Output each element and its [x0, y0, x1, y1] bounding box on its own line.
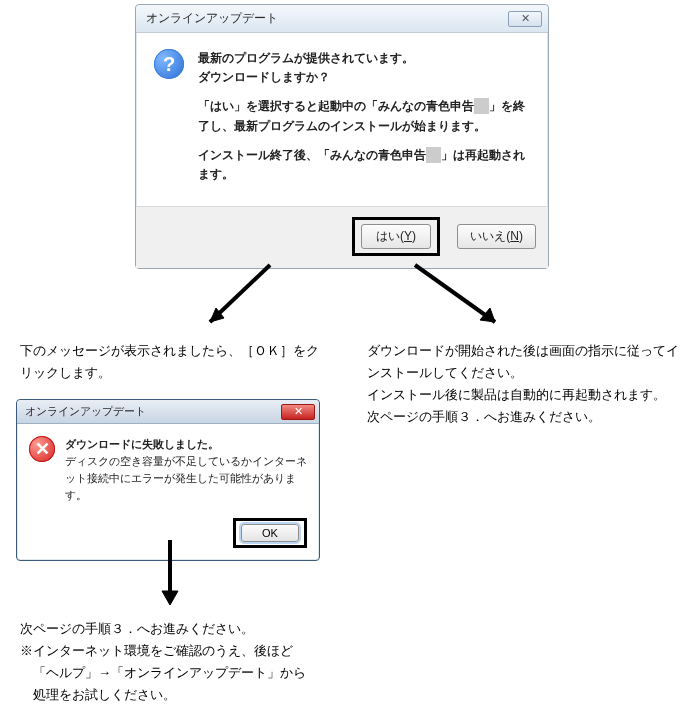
version-placeholder-icon — [426, 147, 441, 163]
dialog2-line1: ダウンロードに失敗しました。 — [65, 436, 307, 453]
dialog1-title: オンラインアップデート — [146, 10, 508, 27]
version-placeholder-icon — [474, 98, 489, 114]
right-line3: 次ページの手順３．へお進みください。 — [367, 406, 687, 428]
dialog1-line1: 最新のプログラムが提供されています。 — [198, 51, 414, 65]
close-icon[interactable]: ✕ — [281, 404, 315, 420]
error-icon: ✕ — [29, 436, 55, 462]
right-instruction: ダウンロードが開始された後は画面の指示に従ってインストールしてください。 インス… — [367, 340, 687, 428]
arrow-down-left-icon — [190, 260, 290, 340]
ok-button[interactable]: OK — [241, 524, 299, 542]
dialog1-message: 最新のプログラムが提供されています。 ダウンロードしますか？ 「はい」を選択する… — [198, 49, 530, 194]
left-instruction-1: 下のメッセージが表示されましたら、［ＯＫ］をクリックします。 — [20, 340, 320, 384]
dialog2-titlebar: オンラインアップデート ✕ — [17, 400, 319, 424]
no-button[interactable]: いいえ(N) — [457, 224, 536, 249]
close-icon[interactable]: ✕ — [508, 11, 542, 27]
dialog1-line4a: インストール終了後、「みんなの青色申告 — [198, 148, 426, 162]
dialog2-line2: ディスクの空き容量が不足しているかインターネット接続中にエラーが発生した可能性が… — [65, 453, 307, 504]
dialog2-message: ダウンロードに失敗しました。 ディスクの空き容量が不足しているかインターネット接… — [65, 436, 307, 504]
left2-line1: 次ページの手順３．へお進みください。 — [20, 618, 330, 640]
dialog2-body: ✕ ダウンロードに失敗しました。 ディスクの空き容量が不足しているかインターネッ… — [17, 424, 319, 512]
left2-line3: 「ヘルプ」→「オンラインアップデート」から — [20, 662, 330, 684]
dialog1-button-row: はい(Y) いいえ(N) — [136, 206, 548, 268]
dialog1-titlebar: オンラインアップデート ✕ — [136, 5, 548, 33]
yes-button-highlight: はい(Y) — [352, 217, 440, 256]
dialog2-title: オンラインアップデート — [25, 404, 281, 419]
question-icon: ? — [154, 49, 184, 79]
left-instruction-2: 次ページの手順３．へお進みください。 ※インターネット環境をご確認のうえ、後ほど… — [20, 618, 330, 706]
ok-button-highlight: OK — [233, 518, 307, 548]
update-confirm-dialog: オンラインアップデート ✕ ? 最新のプログラムが提供されています。 ダウンロー… — [135, 4, 549, 269]
yes-button[interactable]: はい(Y) — [361, 224, 431, 249]
dialog1-line3a: 「はい」を選択すると起動中の「みんなの青色申告 — [198, 99, 474, 113]
dialog1-line2: ダウンロードしますか？ — [198, 70, 330, 84]
arrow-down-icon — [155, 535, 185, 610]
left2-line2: ※インターネット環境をご確認のうえ、後ほど — [20, 640, 330, 662]
arrow-down-right-icon — [400, 260, 520, 340]
left2-line4: 処理をお試しください。 — [20, 684, 330, 706]
right-line1: ダウンロードが開始された後は画面の指示に従ってインストールしてください。 — [367, 340, 687, 384]
dialog1-body: ? 最新のプログラムが提供されています。 ダウンロードしますか？ 「はい」を選択… — [136, 33, 548, 206]
svg-line-2 — [415, 265, 495, 322]
svg-marker-5 — [162, 591, 178, 605]
right-line2: インストール後に製品は自動的に再起動されます。 — [367, 384, 687, 406]
